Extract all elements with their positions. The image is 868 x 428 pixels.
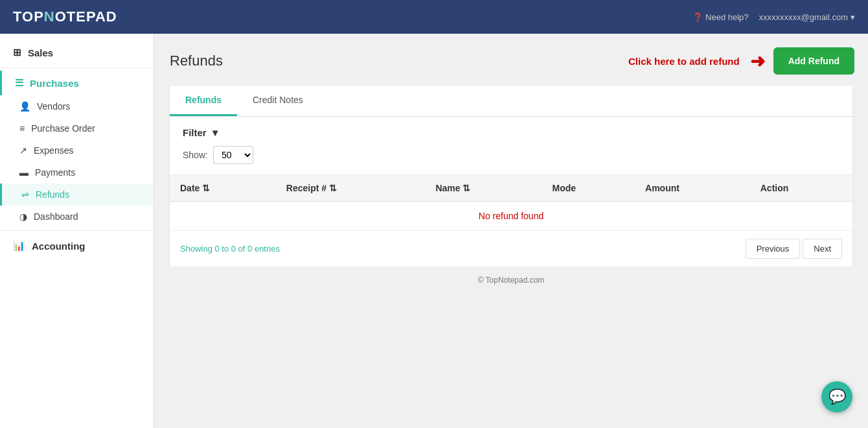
- tab-refunds-label: Refunds: [185, 95, 222, 105]
- vendors-label: Vendors: [37, 101, 70, 112]
- app-logo: TOPNOTEPAD: [13, 8, 117, 25]
- click-hint-text: Click here to add refund: [628, 56, 740, 67]
- app-header: TOPNOTEPAD ❓ Need help? xxxxxxxxxx@gmail…: [0, 0, 868, 34]
- col-receipt: Receipt # ⇅: [276, 175, 426, 202]
- col-date: Date ⇅: [170, 175, 276, 202]
- dashboard-icon: ◑: [19, 211, 27, 222]
- show-label: Show:: [183, 150, 208, 160]
- expenses-label: Expenses: [34, 145, 73, 156]
- page-title: Refunds: [170, 53, 223, 69]
- sales-icon: ⊞: [13, 47, 21, 58]
- col-action-label: Action: [760, 183, 789, 193]
- page-header: Refunds Click here to add refund ➜ Add R…: [170, 49, 852, 73]
- previous-button[interactable]: Previous: [746, 239, 801, 259]
- col-name: Name ⇅: [425, 175, 542, 202]
- sidebar-section-purchases[interactable]: ☰ Purchases: [0, 71, 154, 95]
- filter-label: Filter: [183, 127, 207, 138]
- sidebar-item-expenses[interactable]: ↗ Expenses: [0, 139, 154, 161]
- main-layout: ⊞ Sales ☰ Purchases 👤 Vendors ≡ Purchase…: [0, 34, 868, 428]
- purchases-icon: ☰: [15, 77, 23, 89]
- dropdown-icon: ▾: [851, 12, 855, 22]
- add-refund-button[interactable]: Add Refund: [775, 49, 852, 73]
- sidebar-item-payments[interactable]: ▬ Payments: [0, 161, 154, 184]
- filter-section: Filter ▼ Show: 10 25 50 100: [170, 117, 852, 175]
- col-name-label: Name: [435, 183, 460, 193]
- sidebar-divider-2: [0, 230, 154, 231]
- sidebar-section-accounting[interactable]: 📊 Accounting: [0, 233, 154, 258]
- show-select[interactable]: 10 25 50 100: [213, 146, 253, 164]
- col-action: Action: [750, 175, 852, 202]
- showing-text: Showing 0 to 0 of 0 entries: [180, 244, 280, 254]
- col-amount: Amount: [635, 175, 750, 202]
- sidebar-item-dashboard[interactable]: ◑ Dashboard: [0, 206, 154, 228]
- sort-name-icon[interactable]: ⇅: [463, 183, 470, 193]
- help-link[interactable]: ❓ Need help?: [692, 12, 749, 22]
- next-button[interactable]: Next: [803, 239, 842, 259]
- arrow-icon: ➜: [750, 51, 765, 72]
- table-wrapper: Date ⇅ Receipt # ⇅ Name ⇅: [170, 175, 852, 231]
- filter-title: Filter ▼: [183, 127, 839, 138]
- purchases-label: Purchases: [30, 78, 79, 89]
- chat-bubble[interactable]: 💬: [821, 381, 852, 412]
- tab-credit-notes[interactable]: Credit Notes: [237, 86, 319, 116]
- user-email-dropdown[interactable]: xxxxxxxxxx@gmail.com ▾: [759, 12, 855, 22]
- table-header: Date ⇅ Receipt # ⇅ Name ⇅: [170, 175, 852, 202]
- sidebar-section-sales[interactable]: ⊞ Sales: [0, 40, 154, 65]
- pagination-buttons: Previous Next: [746, 239, 842, 259]
- col-mode-label: Mode: [553, 183, 577, 193]
- no-data-row: No refund found: [170, 202, 852, 231]
- header-right: ❓ Need help? xxxxxxxxxx@gmail.com ▾: [692, 12, 855, 22]
- sidebar-divider-1: [0, 67, 154, 68]
- page-footer: © TopNotepad.com: [170, 267, 852, 294]
- tab-refunds[interactable]: Refunds: [170, 86, 237, 116]
- refunds-table: Date ⇅ Receipt # ⇅ Name ⇅: [170, 175, 852, 231]
- col-receipt-label: Receipt #: [286, 183, 326, 193]
- refunds-label: Refunds: [36, 189, 69, 200]
- purchase-order-icon: ≡: [19, 123, 25, 134]
- table-header-row: Date ⇅ Receipt # ⇅ Name ⇅: [170, 175, 852, 202]
- filter-icon: ▼: [211, 127, 220, 138]
- sales-label: Sales: [28, 47, 53, 58]
- sidebar-item-purchase-order[interactable]: ≡ Purchase Order: [0, 117, 154, 139]
- footer-text: © TopNotepad.com: [478, 276, 545, 285]
- main-content: Refunds Click here to add refund ➜ Add R…: [154, 34, 868, 428]
- col-amount-label: Amount: [645, 183, 680, 193]
- user-email-text: xxxxxxxxxx@gmail.com: [759, 12, 848, 22]
- chat-icon: 💬: [828, 388, 846, 405]
- vendors-icon: 👤: [19, 101, 30, 112]
- accounting-label: Accounting: [32, 241, 86, 252]
- expenses-icon: ↗: [19, 145, 27, 156]
- show-row: Show: 10 25 50 100: [183, 146, 839, 164]
- sidebar-item-vendors[interactable]: 👤 Vendors: [0, 95, 154, 117]
- help-icon: ❓: [692, 12, 703, 22]
- page-header-actions: Click here to add refund ➜ Add Refund: [628, 49, 852, 73]
- refunds-icon: ⇌: [21, 189, 29, 200]
- dashboard-label: Dashboard: [34, 211, 78, 222]
- sort-date-icon[interactable]: ⇅: [202, 183, 210, 193]
- tab-credit-notes-label: Credit Notes: [253, 95, 303, 105]
- accounting-icon: 📊: [13, 240, 25, 252]
- help-label: Need help?: [705, 12, 749, 22]
- sort-receipt-icon[interactable]: ⇅: [329, 183, 337, 193]
- pagination-row: Showing 0 to 0 of 0 entries Previous Nex…: [170, 231, 852, 267]
- col-mode: Mode: [542, 175, 635, 202]
- content-card: Refunds Credit Notes Filter ▼ Show: 10 2…: [170, 86, 852, 267]
- purchase-order-label: Purchase Order: [31, 123, 95, 134]
- payments-label: Payments: [35, 167, 75, 178]
- payments-icon: ▬: [19, 167, 29, 178]
- sidebar: ⊞ Sales ☰ Purchases 👤 Vendors ≡ Purchase…: [0, 34, 154, 428]
- no-data-message: No refund found: [170, 202, 852, 231]
- col-date-label: Date: [180, 183, 200, 193]
- table-body: No refund found: [170, 202, 852, 231]
- sidebar-item-refunds[interactable]: ⇌ Refunds: [0, 184, 154, 206]
- tabs-bar: Refunds Credit Notes: [170, 86, 852, 117]
